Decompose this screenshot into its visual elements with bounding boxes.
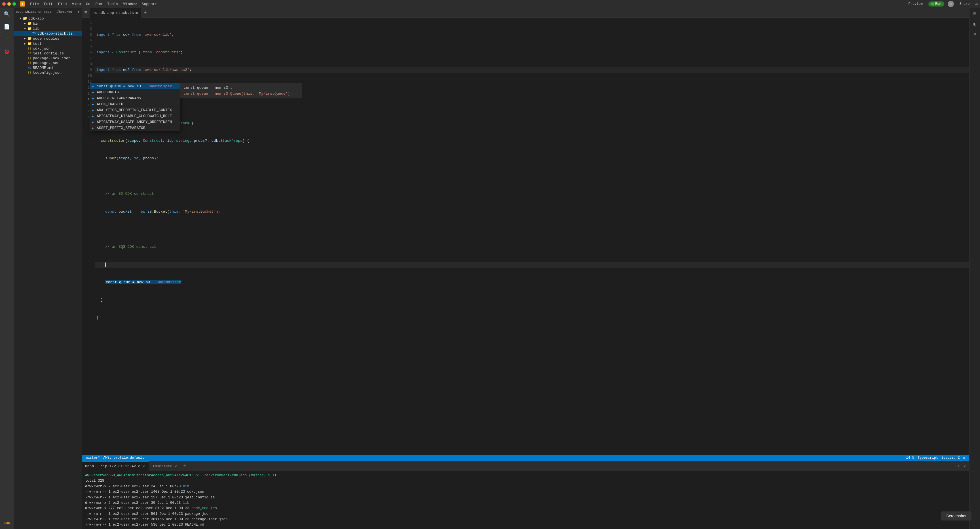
panel-tab-bash[interactable]: bash - *ip-172-31-12-42.c ✕ (82, 461, 149, 471)
main-layout: 🔍 📄 ⑂ 🐞 aws code-whisperer-test – /home/… (0, 8, 980, 529)
sidebar-item-label: tsconfig.json (33, 71, 82, 75)
sidebar-item-package-json[interactable]: {} package.json (14, 61, 82, 65)
status-right: 14:5 Typescript Spaces: 2 ⚙ (904, 456, 967, 460)
screenshot-button[interactable]: Screenshot (941, 512, 972, 521)
panel-tab-close-icon[interactable]: ✕ (174, 464, 178, 469)
terminal-prompt-line: AWSReservedSSO_AWSAdministratorAccess_a8… (85, 473, 966, 478)
settings-icon[interactable]: ⚙ (962, 456, 967, 460)
activity-debug[interactable]: 🐞 (3, 48, 11, 56)
right-sidebar-icon-1[interactable]: ☰ (972, 10, 978, 17)
add-terminal-button[interactable]: + (181, 463, 189, 469)
panel-tab-label: Immediate (152, 464, 172, 468)
maximize-button[interactable] (13, 2, 16, 6)
title-bar: ◆ File Edit Find View Go Run Tools Windo… (0, 0, 980, 8)
avatar[interactable]: A (948, 1, 954, 7)
menu-go[interactable]: Go (84, 2, 93, 7)
sidebar-item-tsconfig-json[interactable]: {} tsconfig.json (14, 70, 82, 75)
sidebar-item-test[interactable]: ▶ 📁 test (14, 41, 82, 46)
menu-file[interactable]: File (28, 2, 41, 7)
terminal-output-node-modules: drwxrwxr-x 277 ec2-user ec2-user 8192 De… (85, 506, 966, 511)
menu-find[interactable]: Find (56, 2, 69, 7)
terminal-content: AWSReservedSSO_AWSAdministratorAccess_a8… (82, 471, 969, 529)
menu-run[interactable]: Run (93, 2, 104, 7)
terminal-output-package-json: -rw-rw-r-- 1 ec2-user ec2-user 561 Dec 1… (85, 512, 966, 517)
panel-maximize-icon[interactable]: ⬆ (956, 463, 961, 469)
json-file-icon: {} (27, 57, 32, 60)
line-num: 10 (82, 73, 95, 79)
sidebar-item-cdk-json[interactable]: {} cdk.json (14, 46, 82, 51)
autocomplete-item-0[interactable]: ▶ const queue = new s3.. CodeWhisper (90, 83, 180, 89)
json-file-icon: {} (27, 62, 32, 65)
minimize-button[interactable] (7, 2, 11, 6)
code-line-16: } (95, 297, 969, 303)
sidebar-item-lib[interactable]: ▼ 📁 lib (14, 26, 82, 31)
status-position[interactable]: 14:5 (904, 456, 916, 460)
status-language[interactable]: Typescript (916, 456, 940, 460)
preview-button[interactable]: Preview (906, 2, 925, 6)
sidebar-item-label: test (33, 42, 82, 46)
add-tab-button[interactable]: + (141, 8, 149, 18)
sidebar-item-label: node_modules (33, 37, 82, 41)
autocomplete-arrow-icon: ▶ (92, 103, 95, 106)
sidebar-item-bin[interactable]: ▶ 📁 bin (14, 21, 82, 26)
folder-icon: 📁 (27, 41, 32, 46)
terminal-output-bin: drwxrwxr-x 2 ec2-user ec2-user 24 Dec 1 … (85, 484, 966, 489)
terminal-output-cdk-json: -rw-rw-r-- 1 ec2-user ec2-user 1408 Dec … (85, 489, 966, 495)
sidebar-item-package-lock[interactable]: {} package-lock.json (14, 56, 82, 61)
sidebar-item-cdk-app-stack-ts[interactable]: TS cdk-app-stack.ts (14, 31, 82, 36)
terminal-output-package-lock: -rw-rw-r-- 1 ec2-user ec2-user 301156 De… (85, 517, 966, 522)
autocomplete-list: ▶ const queue = new s3.. CodeWhisper ▶ A… (90, 83, 180, 131)
status-git-branch[interactable]: master* (84, 456, 102, 460)
sidebar-item-jest-config[interactable]: JS jest.config.js (14, 51, 82, 56)
sidebar-tree: ▼ 📁 cdk-app ▶ 📁 bin ▼ 📁 lib TS cdk-app- (14, 16, 82, 529)
right-sidebar-icon-2[interactable]: ◧ (972, 21, 978, 27)
autocomplete-item-label: APIGATEWAY_DISABLE_CLOUDWATCH_ROLE (97, 114, 178, 118)
autocomplete-item-3[interactable]: ▶ ALPN_ENABLED (90, 101, 180, 107)
code-line-15: const queue = new s3.. CodeWhisper (95, 280, 969, 286)
autocomplete-arrow-icon: ▶ (92, 97, 95, 100)
settings-icon[interactable]: ⚙ (975, 2, 978, 6)
tab-cdk-app-stack[interactable]: TS cdk-app-stack.ts (90, 8, 141, 18)
bottom-panel: bash - *ip-172-31-12-42.c ✕ Immediate ✕ … (82, 461, 969, 529)
activity-bar-bottom: aws (3, 519, 11, 529)
menu-view[interactable]: View (70, 2, 83, 7)
tab-menu-icon[interactable]: ≡ (82, 8, 90, 18)
sidebar-item-node-modules[interactable]: ▶ 📁 node_modules (14, 36, 82, 41)
menu-support[interactable]: Support (140, 2, 160, 7)
panel-close-icon[interactable]: ✕ (963, 463, 967, 469)
terminal-output-jest: -rw-rw-r-- 1 ec2-user ec2-user 157 Dec 1… (85, 495, 966, 500)
autocomplete-item-6[interactable]: ▶ APIGATEWAY_USAGEPLANKEY_ORDERINSEN (90, 119, 180, 125)
run-button[interactable]: Run (928, 2, 944, 6)
autocomplete-item-label: APIGATEWAY_USAGEPLANKEY_ORDERINSEN (97, 120, 178, 124)
right-sidebar-settings-icon[interactable]: ⚙ (972, 31, 978, 37)
activity-explorer[interactable]: 📄 (3, 23, 11, 31)
code-editor[interactable]: 1 2 3 4 5 6 7 8 9 10 11 12 13 14 15 16 1 (82, 18, 969, 461)
share-button[interactable]: Share (957, 2, 972, 6)
aws-icon[interactable]: aws (3, 519, 11, 527)
panel-tab-immediate[interactable]: Immediate ✕ (149, 461, 181, 471)
menu-tools[interactable]: Tools (105, 2, 121, 7)
autocomplete-item-1[interactable]: ▶ ADDRCONFIG (90, 89, 180, 95)
menu-edit[interactable]: Edit (42, 2, 55, 7)
autocomplete-item-5[interactable]: ▶ APIGATEWAY_DISABLE_CLOUDWATCH_ROLE (90, 113, 180, 119)
editor-status-bar: master* AWS: profile:default 14:5 Typesc… (82, 455, 969, 461)
close-button[interactable] (2, 2, 6, 6)
run-play-icon (931, 3, 934, 5)
line-num: 5 (82, 44, 95, 49)
tab-lang-indicator: TS (93, 11, 97, 15)
autocomplete-item-4[interactable]: ▶ ANALYTICS_REPORTING_ENABLED_CONTEX (90, 107, 180, 113)
panel-tab-close-icon[interactable]: ✕ (142, 464, 145, 469)
sidebar-settings-icon[interactable]: ⚙ (77, 10, 80, 14)
folder-icon: 📁 (27, 26, 32, 31)
autocomplete-item-label: ADDRGETNETWORKPARAMS (97, 96, 178, 100)
autocomplete-item-2[interactable]: ▶ ADDRGETNETWORKPARAMS (90, 95, 180, 101)
activity-source-control[interactable]: ⑂ (3, 35, 11, 43)
sidebar-item-readme-md[interactable]: MD README.md (14, 65, 82, 70)
status-aws-profile[interactable]: AWS: profile:default (102, 456, 146, 460)
autocomplete-container: ▶ const queue = new s3.. CodeWhisper ▶ A… (90, 83, 302, 131)
autocomplete-item-7[interactable]: ▶ ASSET_PREFIX_SEPARATOR (90, 125, 180, 131)
sidebar-item-cdk-app[interactable]: ▼ 📁 cdk-app (14, 16, 82, 21)
menu-window[interactable]: Window (121, 2, 139, 7)
activity-search[interactable]: 🔍 (3, 10, 11, 18)
status-spaces[interactable]: Spaces: 2 (940, 456, 962, 460)
